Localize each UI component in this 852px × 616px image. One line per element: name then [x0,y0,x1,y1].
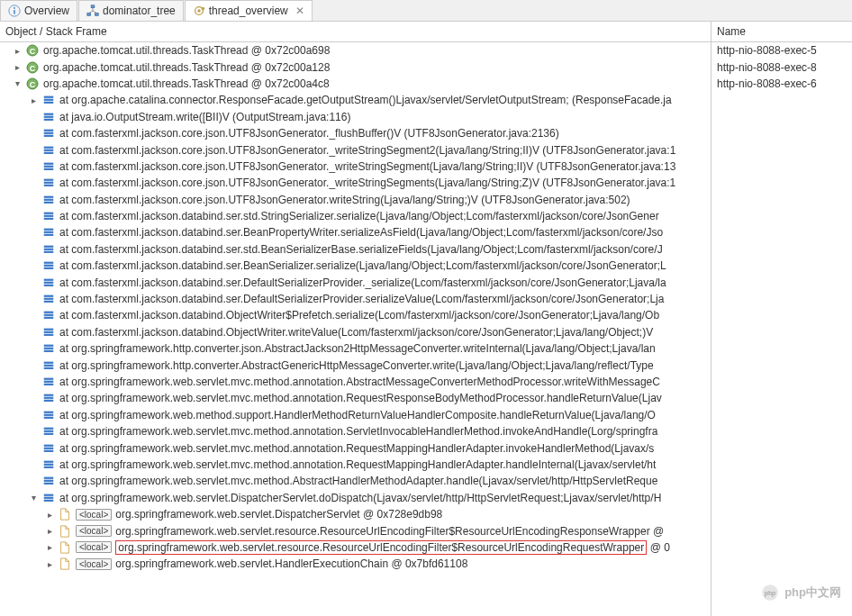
svg-rect-34 [44,198,54,200]
svg-rect-67 [44,381,54,383]
tab-overview[interactable]: Overview [0,0,77,21]
svg-rect-46 [44,265,54,267]
svg-rect-50 [44,284,54,285]
svg-rect-4 [87,14,91,16]
close-icon[interactable]: ✕ [292,5,304,17]
stack-frame[interactable]: ▸at com.fasterxml.jackson.core.json.UTF8… [0,175,711,191]
stack-frame[interactable]: ▸at com.fasterxml.jackson.core.json.UTF8… [0,141,711,158]
svg-rect-52 [44,298,54,300]
stack-frame[interactable]: ▸at com.fasterxml.jackson.databind.ser.D… [0,274,711,290]
stack-frame[interactable]: ▸at org.springframework.web.method.suppo… [0,407,711,423]
row-text: org.springframework.web.servlet.Dispatch… [115,508,442,521]
stack-frame[interactable]: ▸at org.springframework.web.servlet.mvc.… [0,473,711,489]
right-column-header[interactable]: Name [712,22,852,42]
svg-rect-25 [44,149,54,150]
tab-label: thread_overview [209,5,288,17]
stack-frame[interactable]: ▸at org.springframework.http.converter.j… [0,340,711,357]
chevron-right-icon[interactable]: ▸ [43,541,56,554]
svg-point-7 [197,9,201,13]
chevron-right-icon[interactable]: ▸ [43,557,56,570]
svg-rect-76 [44,430,54,432]
local-var[interactable]: ▸<local>org.springframework.web.servlet.… [0,522,711,539]
local-var[interactable]: ▸<local>org.springframework.web.servlet.… [0,506,711,522]
svg-rect-2 [14,7,15,9]
tab-dominator-tree[interactable]: dominator_tree [78,0,184,21]
row-text: org.springframework.web.servlet.HandlerE… [115,557,467,570]
stack-frame[interactable]: ▸at com.fasterxml.jackson.databind.ser.B… [0,224,711,240]
stack-frame[interactable]: ▾at org.springframework.web.servlet.Disp… [0,490,711,506]
stack-frame[interactable]: ▸at org.springframework.web.servlet.mvc.… [0,423,711,439]
svg-rect-17 [44,102,54,104]
tab-label: Overview [24,5,69,17]
stack-frame[interactable]: ▸at java.io.OutputStream.write([BII)V (O… [0,109,711,125]
row-text: at com.fasterxml.jackson.databind.Object… [59,326,653,339]
class-icon: C [25,77,40,91]
stack-frame[interactable]: ▸at org.springframework.web.servlet.mvc.… [0,457,711,473]
row-text: at org.springframework.web.servlet.Dispa… [59,492,661,504]
stack-frame[interactable]: ▸at com.fasterxml.jackson.databind.ser.s… [0,241,711,258]
stack-frame[interactable]: ▸at com.fasterxml.jackson.core.json.UTF8… [0,125,711,141]
svg-rect-35 [44,201,54,203]
class-icon: C [25,60,40,75]
svg-rect-30 [44,179,54,181]
chevron-right-icon[interactable]: ▸ [11,44,23,57]
chevron-down-icon[interactable]: ▾ [27,492,40,504]
chevron-down-icon[interactable]: ▾ [11,77,23,90]
stack-frame[interactable]: ▸at com.fasterxml.jackson.databind.Objec… [0,324,711,340]
svg-rect-16 [44,99,54,101]
svg-rect-75 [44,428,54,430]
stack-frame[interactable]: ▸at org.apache.catalina.connector.Respon… [0,92,711,108]
svg-rect-39 [44,229,54,231]
thread-row[interactable]: ▸Corg.apache.tomcat.util.threads.TaskThr… [0,42,711,59]
chevron-right-icon[interactable]: ▸ [27,94,40,106]
stack-frame[interactable]: ▸at com.fasterxml.jackson.core.json.UTF8… [0,192,711,208]
row-text: at com.fasterxml.jackson.core.json.UTF8J… [59,144,675,157]
chevron-right-icon[interactable]: ▸ [11,61,23,74]
svg-rect-19 [44,115,54,117]
stack-frame[interactable]: ▸at org.springframework.http.converter.A… [0,357,711,373]
stack-frame[interactable]: ▸at org.springframework.web.servlet.mvc.… [0,439,711,456]
stack-frame[interactable]: ▸at com.fasterxml.jackson.databind.ser.B… [0,258,711,274]
svg-rect-40 [44,231,54,233]
thread-row[interactable]: ▾Corg.apache.tomcat.util.threads.TaskThr… [0,76,711,92]
local-var[interactable]: ▸<local>org.springframework.web.servlet.… [0,556,711,572]
svg-rect-36 [44,213,54,214]
chevron-right-icon[interactable]: ▸ [43,525,56,538]
chevron-right-icon[interactable]: ▸ [43,508,56,521]
row-text: org.apache.tomcat.util.threads.TaskThrea… [43,77,330,90]
stackframe-icon [41,93,56,107]
file-icon [58,524,72,539]
svg-rect-78 [44,444,54,446]
row-text: at com.fasterxml.jackson.databind.ser.De… [59,276,666,289]
svg-rect-83 [44,467,54,468]
thread-row[interactable]: ▸Corg.apache.tomcat.util.threads.TaskThr… [0,59,711,75]
row-text: at com.fasterxml.jackson.core.json.UTF8J… [59,160,675,173]
svg-rect-54 [44,312,54,313]
row-text: at com.fasterxml.jackson.databind.ser.st… [59,243,663,256]
svg-rect-42 [44,246,54,248]
svg-rect-15 [44,96,54,98]
stackframe-icon [41,408,56,422]
stackframe-icon [41,358,56,373]
svg-rect-41 [44,234,54,236]
svg-text:C: C [30,79,36,88]
svg-rect-31 [44,182,54,184]
stack-frame[interactable]: ▸at org.springframework.web.servlet.mvc.… [0,374,711,390]
stackframe-icon [41,159,56,174]
stack-frame[interactable]: ▸at com.fasterxml.jackson.databind.ser.D… [0,291,711,307]
thread-name[interactable]: http-nio-8088-exec-6 [712,76,852,92]
svg-rect-23 [44,135,54,137]
svg-rect-32 [44,185,54,186]
stack-frame[interactable]: ▸at com.fasterxml.jackson.core.json.UTF8… [0,159,711,175]
stack-frame[interactable]: ▸at com.fasterxml.jackson.databind.Objec… [0,307,711,323]
thread-name[interactable]: http-nio-8088-exec-8 [712,59,852,75]
tab-thread-overview[interactable]: thread_overview ✕ [185,0,313,21]
thread-name[interactable]: http-nio-8088-exec-5 [712,42,852,59]
local-var[interactable]: ▸<local>org.springframework.web.servlet.… [0,539,711,556]
stackframe-icon [41,341,56,356]
stack-frame[interactable]: ▸at com.fasterxml.jackson.databind.ser.s… [0,208,711,224]
stackframe-icon [41,375,56,389]
svg-text:C: C [30,63,36,72]
stack-frame[interactable]: ▸at org.springframework.web.servlet.mvc.… [0,390,711,406]
left-column-header[interactable]: Object / Stack Frame [0,22,711,42]
